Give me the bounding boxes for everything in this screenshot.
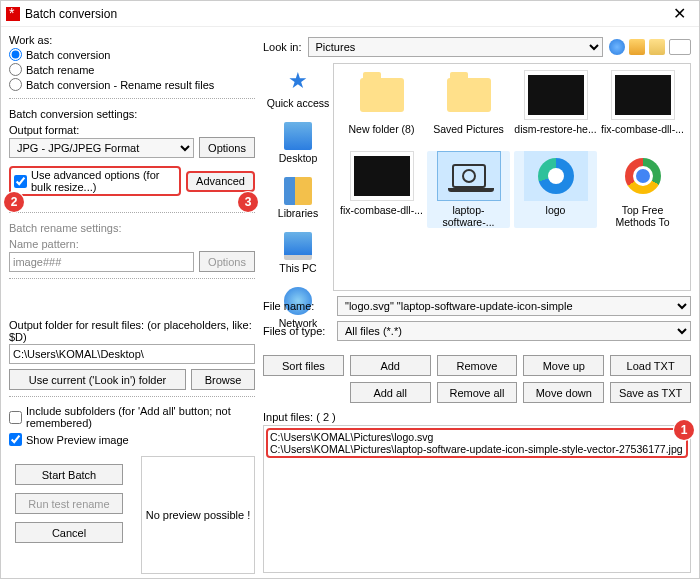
start-batch-button[interactable]: Start Batch <box>15 464 123 485</box>
file-label: Saved Pictures <box>427 123 510 147</box>
add-button[interactable]: Add <box>350 355 431 376</box>
close-button[interactable]: ✕ <box>659 4 699 23</box>
filename-label: File name: <box>263 300 331 312</box>
place-quickaccess[interactable]: ★Quick access <box>266 67 330 109</box>
file-thumb <box>437 151 501 201</box>
removeall-button[interactable]: Remove all <box>437 382 518 403</box>
name-pattern-input <box>9 252 194 272</box>
name-pattern-label: Name pattern: <box>9 238 255 250</box>
movedown-button[interactable]: Move down <box>523 382 604 403</box>
file-thumb <box>437 70 501 120</box>
inputfiles-label: Input files: ( 2 ) <box>263 411 336 423</box>
radio-batch-conversion[interactable]: Batch conversion <box>9 48 255 61</box>
file-area[interactable]: New folder (8)Saved Picturesdism-restore… <box>333 63 691 291</box>
lookin-select[interactable]: Pictures <box>308 37 603 57</box>
file-label: laptop-software-... <box>427 204 510 228</box>
addall-button[interactable]: Add all <box>350 382 431 403</box>
file-thumb <box>611 70 675 120</box>
file-thumb <box>524 151 588 201</box>
filetype-select[interactable]: All files (*.*) <box>337 321 691 341</box>
file-label: fix-combase-dll-... <box>340 204 423 228</box>
preview-text: No preview possible ! <box>146 509 251 521</box>
file-item[interactable]: fix-combase-dll-... <box>340 151 423 228</box>
right-panel: Look in: Pictures ★Quick access Desktop … <box>263 27 699 578</box>
output-format-label: Output format: <box>9 124 255 136</box>
filetype-label: Files of type: <box>263 325 331 337</box>
file-label: logo <box>514 204 597 228</box>
advanced-button[interactable]: Advanced <box>186 171 255 192</box>
input-files-list[interactable]: C:\Users\KOMAL\Pictures\logo.svg C:\User… <box>263 425 691 573</box>
input-file-row[interactable]: C:\Users\KOMAL\Pictures\laptop-software-… <box>270 443 684 455</box>
file-item[interactable]: dism-restore-he... <box>514 70 597 147</box>
output-folder-label: Output folder for result files: (or plac… <box>9 319 255 343</box>
annotation-3: 3 <box>238 192 258 212</box>
place-desktop[interactable]: Desktop <box>266 122 330 164</box>
options-button[interactable]: Options <box>199 137 255 158</box>
input-file-row[interactable]: C:\Users\KOMAL\Pictures\logo.svg <box>270 431 684 443</box>
lookin-label: Look in: <box>263 41 302 53</box>
rename-settings-heading: Batch rename settings: <box>9 222 255 234</box>
radio-batch-rename-result[interactable]: Batch conversion - Rename result files <box>9 78 255 91</box>
preview-area: No preview possible ! <box>141 456 255 574</box>
use-advanced-checkbox[interactable]: Use advanced options (for bulk resize...… <box>9 166 181 196</box>
place-thispc[interactable]: This PC <box>266 232 330 274</box>
sort-files-button[interactable]: Sort files <box>263 355 344 376</box>
savetxt-button[interactable]: Save as TXT <box>610 382 691 403</box>
file-item[interactable]: fix-combase-dll-... <box>601 70 684 147</box>
back-icon[interactable] <box>609 39 625 55</box>
output-folder-input[interactable] <box>9 344 255 364</box>
file-item[interactable]: laptop-software-... <box>427 151 510 228</box>
file-thumb <box>524 70 588 120</box>
loadtxt-button[interactable]: Load TXT <box>610 355 691 376</box>
workas-label: Work as: <box>9 34 255 46</box>
file-thumb <box>350 70 414 120</box>
up-icon[interactable] <box>629 39 645 55</box>
file-label: New folder (8) <box>340 123 423 147</box>
include-subfolders-checkbox[interactable]: Include subfolders (for 'Add all' button… <box>9 405 255 429</box>
viewmenu-icon[interactable] <box>669 39 691 55</box>
left-panel: Work as: Batch conversion Batch rename B… <box>1 27 263 578</box>
annotation-1: 1 <box>674 420 694 440</box>
batch-settings-heading: Batch conversion settings: <box>9 108 255 120</box>
output-format-select[interactable]: JPG - JPG/JPEG Format <box>9 138 194 158</box>
cancel-button[interactable]: Cancel <box>15 522 123 543</box>
moveup-button[interactable]: Move up <box>523 355 604 376</box>
place-libraries[interactable]: Libraries <box>266 177 330 219</box>
file-thumb <box>611 151 675 201</box>
window-title: Batch conversion <box>25 7 659 21</box>
filename-field[interactable]: "logo.svg" "laptop-software-update-icon-… <box>337 296 691 316</box>
annotation-2: 2 <box>4 192 24 212</box>
file-item[interactable]: logo <box>514 151 597 228</box>
file-thumb <box>350 151 414 201</box>
file-item[interactable]: Top Free Methods To Convert PST ... <box>601 151 684 228</box>
pc-icon <box>284 232 312 260</box>
newfolder-icon[interactable] <box>649 39 665 55</box>
file-label: fix-combase-dll-... <box>601 123 684 147</box>
file-item[interactable]: New folder (8) <box>340 70 423 147</box>
rename-options-button: Options <box>199 251 255 272</box>
radio-batch-rename[interactable]: Batch rename <box>9 63 255 76</box>
places-bar: ★Quick access Desktop Libraries This PC … <box>263 63 333 291</box>
file-item[interactable]: Saved Pictures <box>427 70 510 147</box>
browse-button[interactable]: Browse <box>191 369 255 390</box>
remove-button[interactable]: Remove <box>437 355 518 376</box>
file-label: Top Free Methods To Convert PST ... <box>601 204 684 228</box>
desktop-icon <box>284 122 312 150</box>
libraries-icon <box>284 177 312 205</box>
app-icon <box>6 7 20 21</box>
file-label: dism-restore-he... <box>514 123 597 147</box>
use-current-folder-button[interactable]: Use current ('Look in') folder <box>9 369 186 390</box>
nav-icons[interactable] <box>609 39 691 55</box>
run-test-rename-button: Run test rename <box>15 493 123 514</box>
show-preview-checkbox[interactable]: Show Preview image <box>9 433 255 446</box>
star-icon: ★ <box>284 67 312 95</box>
titlebar: Batch conversion ✕ <box>1 1 699 27</box>
